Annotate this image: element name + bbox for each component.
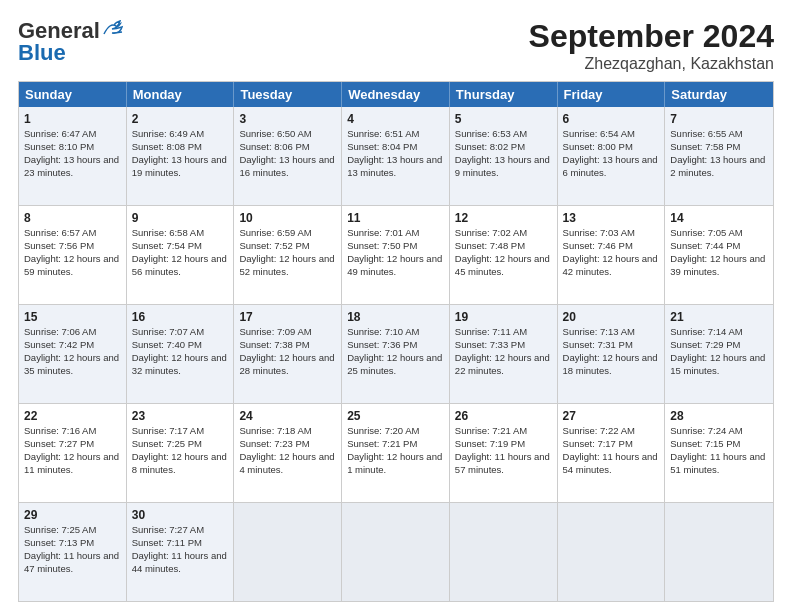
page: General Blue September 2024 Zhezqazghan,… [0, 0, 792, 612]
day-12-sunrise: Sunrise: 7:02 AM [455, 227, 527, 238]
day-21-daylight: Daylight: 12 hours and 15 minutes. [670, 352, 765, 376]
empty-cell-5 [665, 503, 773, 601]
day-19-daylight: Daylight: 12 hours and 22 minutes. [455, 352, 550, 376]
day-3: 3 Sunrise: 6:50 AM Sunset: 8:06 PM Dayli… [234, 107, 342, 205]
day-26-daylight: Daylight: 11 hours and 57 minutes. [455, 451, 550, 475]
day-18-daylight: Daylight: 12 hours and 25 minutes. [347, 352, 442, 376]
day-8-daylight: Daylight: 12 hours and 59 minutes. [24, 253, 119, 277]
location-title: Zhezqazghan, Kazakhstan [529, 55, 774, 73]
day-11: 11 Sunrise: 7:01 AM Sunset: 7:50 PM Dayl… [342, 206, 450, 304]
day-20-sunset: Sunset: 7:31 PM [563, 339, 633, 350]
day-num-11: 11 [347, 210, 444, 226]
day-21: 21 Sunrise: 7:14 AM Sunset: 7:29 PM Dayl… [665, 305, 773, 403]
week-row-4: 22 Sunrise: 7:16 AM Sunset: 7:27 PM Dayl… [19, 403, 773, 502]
day-num-6: 6 [563, 111, 660, 127]
day-19: 19 Sunrise: 7:11 AM Sunset: 7:33 PM Dayl… [450, 305, 558, 403]
title-block: September 2024 Zhezqazghan, Kazakhstan [529, 18, 774, 73]
day-11-daylight: Daylight: 12 hours and 49 minutes. [347, 253, 442, 277]
day-20-daylight: Daylight: 12 hours and 18 minutes. [563, 352, 658, 376]
day-num-23: 23 [132, 408, 229, 424]
day-num-29: 29 [24, 507, 121, 523]
header-tuesday: Tuesday [234, 82, 342, 107]
day-16: 16 Sunrise: 7:07 AM Sunset: 7:40 PM Dayl… [127, 305, 235, 403]
day-24-sunset: Sunset: 7:23 PM [239, 438, 309, 449]
day-4-daylight: Daylight: 13 hours and 13 minutes. [347, 154, 442, 178]
day-6-sunset: Sunset: 8:00 PM [563, 141, 633, 152]
logo-blue: Blue [18, 40, 66, 66]
header-monday: Monday [127, 82, 235, 107]
day-7-daylight: Daylight: 13 hours and 2 minutes. [670, 154, 765, 178]
day-29-sunset: Sunset: 7:13 PM [24, 537, 94, 548]
day-13-sunset: Sunset: 7:46 PM [563, 240, 633, 251]
day-17-sunset: Sunset: 7:38 PM [239, 339, 309, 350]
empty-cell-1 [234, 503, 342, 601]
header-thursday: Thursday [450, 82, 558, 107]
day-num-10: 10 [239, 210, 336, 226]
day-28-daylight: Daylight: 11 hours and 51 minutes. [670, 451, 765, 475]
day-num-17: 17 [239, 309, 336, 325]
day-num-1: 1 [24, 111, 121, 127]
day-27-sunset: Sunset: 7:17 PM [563, 438, 633, 449]
day-7: 7 Sunrise: 6:55 AM Sunset: 7:58 PM Dayli… [665, 107, 773, 205]
day-2-sunset: Sunset: 8:08 PM [132, 141, 202, 152]
day-5-sunrise: Sunrise: 6:53 AM [455, 128, 527, 139]
day-15-daylight: Daylight: 12 hours and 35 minutes. [24, 352, 119, 376]
header-wednesday: Wednesday [342, 82, 450, 107]
day-18: 18 Sunrise: 7:10 AM Sunset: 7:36 PM Dayl… [342, 305, 450, 403]
day-30-sunrise: Sunrise: 7:27 AM [132, 524, 204, 535]
day-10: 10 Sunrise: 6:59 AM Sunset: 7:52 PM Dayl… [234, 206, 342, 304]
day-4-sunset: Sunset: 8:04 PM [347, 141, 417, 152]
day-10-daylight: Daylight: 12 hours and 52 minutes. [239, 253, 334, 277]
week-row-1: 1 Sunrise: 6:47 AM Sunset: 8:10 PM Dayli… [19, 107, 773, 205]
day-num-22: 22 [24, 408, 121, 424]
day-9-sunset: Sunset: 7:54 PM [132, 240, 202, 251]
week-row-5: 29 Sunrise: 7:25 AM Sunset: 7:13 PM Dayl… [19, 502, 773, 601]
day-10-sunset: Sunset: 7:52 PM [239, 240, 309, 251]
day-9-daylight: Daylight: 12 hours and 56 minutes. [132, 253, 227, 277]
day-2-daylight: Daylight: 13 hours and 19 minutes. [132, 154, 227, 178]
day-num-20: 20 [563, 309, 660, 325]
day-num-30: 30 [132, 507, 229, 523]
day-17-daylight: Daylight: 12 hours and 28 minutes. [239, 352, 334, 376]
day-14-sunset: Sunset: 7:44 PM [670, 240, 740, 251]
day-24-daylight: Daylight: 12 hours and 4 minutes. [239, 451, 334, 475]
header-saturday: Saturday [665, 82, 773, 107]
day-13: 13 Sunrise: 7:03 AM Sunset: 7:46 PM Dayl… [558, 206, 666, 304]
calendar-header: Sunday Monday Tuesday Wednesday Thursday… [19, 82, 773, 107]
empty-cell-4 [558, 503, 666, 601]
day-26-sunrise: Sunrise: 7:21 AM [455, 425, 527, 436]
day-21-sunrise: Sunrise: 7:14 AM [670, 326, 742, 337]
day-15: 15 Sunrise: 7:06 AM Sunset: 7:42 PM Dayl… [19, 305, 127, 403]
day-num-9: 9 [132, 210, 229, 226]
day-8-sunrise: Sunrise: 6:57 AM [24, 227, 96, 238]
day-23-daylight: Daylight: 12 hours and 8 minutes. [132, 451, 227, 475]
day-29-sunrise: Sunrise: 7:25 AM [24, 524, 96, 535]
day-13-sunrise: Sunrise: 7:03 AM [563, 227, 635, 238]
day-25-sunset: Sunset: 7:21 PM [347, 438, 417, 449]
day-7-sunset: Sunset: 7:58 PM [670, 141, 740, 152]
day-3-sunset: Sunset: 8:06 PM [239, 141, 309, 152]
logo: General Blue [18, 18, 124, 66]
month-title: September 2024 [529, 18, 774, 55]
day-10-sunrise: Sunrise: 6:59 AM [239, 227, 311, 238]
header: General Blue September 2024 Zhezqazghan,… [18, 18, 774, 73]
day-8: 8 Sunrise: 6:57 AM Sunset: 7:56 PM Dayli… [19, 206, 127, 304]
day-5: 5 Sunrise: 6:53 AM Sunset: 8:02 PM Dayli… [450, 107, 558, 205]
day-num-15: 15 [24, 309, 121, 325]
day-6-daylight: Daylight: 13 hours and 6 minutes. [563, 154, 658, 178]
day-4: 4 Sunrise: 6:51 AM Sunset: 8:04 PM Dayli… [342, 107, 450, 205]
day-5-daylight: Daylight: 13 hours and 9 minutes. [455, 154, 550, 178]
day-14-daylight: Daylight: 12 hours and 39 minutes. [670, 253, 765, 277]
day-3-daylight: Daylight: 13 hours and 16 minutes. [239, 154, 334, 178]
day-30-daylight: Daylight: 11 hours and 44 minutes. [132, 550, 227, 574]
day-16-sunset: Sunset: 7:40 PM [132, 339, 202, 350]
day-23-sunrise: Sunrise: 7:17 AM [132, 425, 204, 436]
day-16-daylight: Daylight: 12 hours and 32 minutes. [132, 352, 227, 376]
day-9: 9 Sunrise: 6:58 AM Sunset: 7:54 PM Dayli… [127, 206, 235, 304]
day-28-sunrise: Sunrise: 7:24 AM [670, 425, 742, 436]
day-26-sunset: Sunset: 7:19 PM [455, 438, 525, 449]
day-18-sunrise: Sunrise: 7:10 AM [347, 326, 419, 337]
day-1: 1 Sunrise: 6:47 AM Sunset: 8:10 PM Dayli… [19, 107, 127, 205]
day-3-sunrise: Sunrise: 6:50 AM [239, 128, 311, 139]
week-row-2: 8 Sunrise: 6:57 AM Sunset: 7:56 PM Dayli… [19, 205, 773, 304]
